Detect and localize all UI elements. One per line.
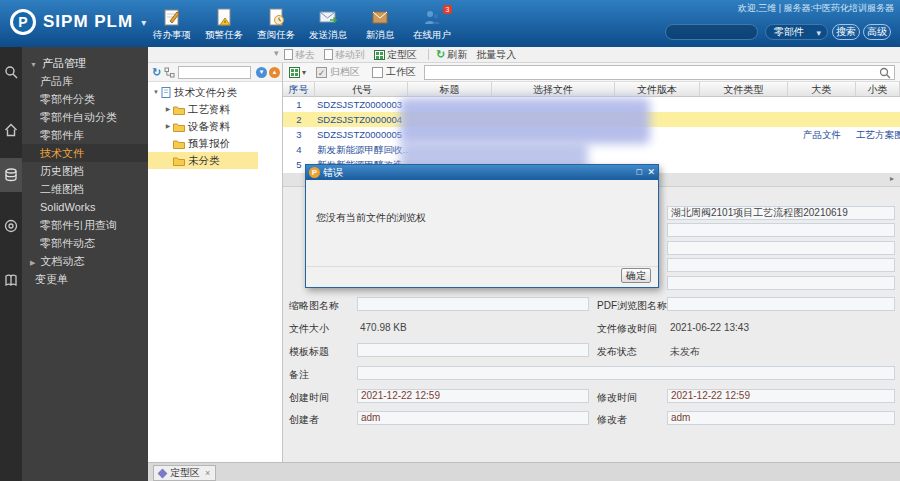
col-header-version[interactable]: 文件版本: [615, 82, 700, 96]
tree-expand-icon[interactable]: [164, 67, 175, 78]
logo-text: SIPM PLM: [43, 12, 133, 32]
menu-item-technical-files[interactable]: 技术文件: [22, 144, 148, 162]
document-icon: [161, 87, 171, 98]
table-row[interactable]: 4 新发新能源甲醇回收...: [283, 142, 900, 157]
send-message-button[interactable]: 发送消息: [302, 8, 354, 42]
col-header-no[interactable]: 序号: [283, 82, 315, 96]
dialog-maximize-icon[interactable]: □: [637, 167, 642, 177]
triangle-right-icon[interactable]: ▶: [163, 118, 173, 135]
modify-time-field[interactable]: 2021-12-22 12:59: [667, 389, 895, 403]
tree-node-equipment-data[interactable]: ▶ 设备资料: [148, 118, 282, 135]
detail-field[interactable]: [667, 276, 895, 290]
menu-item-parts-reference[interactable]: 零部件引用查询: [22, 216, 148, 234]
dialog-close-icon[interactable]: ✕: [647, 167, 655, 177]
title-field[interactable]: 湖北周阀2101项目工艺流程图20210619: [667, 206, 895, 220]
online-users-button[interactable]: 在线用户 3: [406, 8, 458, 42]
work-area-checkbox[interactable]: [372, 67, 383, 78]
rail-database-button[interactable]: [0, 158, 22, 192]
thumbnail-name-label: 缩略图名称: [289, 299, 339, 313]
triangle-right-icon[interactable]: ▶: [163, 101, 173, 118]
search-button[interactable]: 搜索: [832, 24, 860, 40]
folder-icon: [173, 139, 185, 149]
menu-item-2d-drawings[interactable]: 二维图档: [22, 180, 148, 198]
col-header-title[interactable]: 标题: [408, 82, 492, 96]
rail-search-button[interactable]: [0, 55, 22, 89]
menu-item-parts-autoclass[interactable]: 零部件自动分类: [22, 108, 148, 126]
col-header-code[interactable]: 代号: [315, 82, 408, 96]
ok-button[interactable]: 确定: [621, 268, 651, 283]
tree-node-unclassified[interactable]: 未分类: [148, 152, 258, 169]
menu-item-parts-class[interactable]: 零部件分类: [22, 90, 148, 108]
advanced-search-button[interactable]: 高级: [863, 24, 891, 40]
new-message-button[interactable]: 新消息: [354, 8, 406, 42]
status-bar: 定型区 ×: [148, 462, 900, 481]
remarks-field[interactable]: [357, 366, 895, 380]
creator-label: 创建者: [289, 413, 319, 427]
chevron-down-icon[interactable]: ▾: [302, 68, 306, 77]
menu-item-change-order[interactable]: 变更单: [22, 270, 148, 288]
tree-refresh-icon[interactable]: ↻: [152, 66, 161, 79]
pdf-preview-name-field[interactable]: [667, 297, 895, 311]
archive-area-checkbox[interactable]: ✓: [316, 67, 327, 78]
detail-field[interactable]: [667, 258, 895, 272]
move-icon: [324, 49, 333, 60]
table-view-icon[interactable]: [289, 67, 300, 78]
todo-items-button[interactable]: 待办事项: [146, 8, 198, 42]
app-window: P SIPM PLM ▾ 欢迎,三维 | 服务器:中医药化培训服务器 待办事项 …: [0, 0, 900, 481]
tree-root[interactable]: ▼ 技术文件分类: [148, 84, 282, 101]
menu-item-solidworks[interactable]: SolidWorks: [22, 198, 148, 216]
menu-group-docs[interactable]: ▶文档动态: [22, 252, 148, 270]
col-header-file[interactable]: 选择文件: [492, 82, 615, 96]
detail-field[interactable]: [667, 223, 895, 237]
app-logo[interactable]: P SIPM PLM ▾: [10, 9, 146, 35]
collapse-arrow-icon[interactable]: ▾: [274, 48, 279, 58]
tree-toolbar: ↻ ▼ ▲: [148, 63, 282, 82]
col-header-minor[interactable]: 小类: [856, 82, 900, 96]
table-header: 序号 代号 标题 选择文件 文件版本 文件类型 大类 小类: [283, 82, 900, 97]
creator-field[interactable]: adm: [357, 411, 589, 425]
classification-tree-panel: ↻ ▼ ▲ ▼ 技术文件分类 ▶ 工艺资料 ▶ 设备资料 预算报价 未分类: [148, 63, 283, 462]
magnifier-icon[interactable]: [879, 67, 891, 79]
menu-item-parts-library[interactable]: 零部件库: [22, 126, 148, 144]
rail-book-button[interactable]: [0, 263, 22, 297]
remove-button[interactable]: 移去: [284, 48, 315, 62]
col-header-type[interactable]: 文件类型: [700, 82, 788, 96]
archive-zone-tab[interactable]: 定型区 ×: [153, 465, 216, 481]
modifier-field[interactable]: adm: [667, 411, 895, 425]
thumbnail-name-field[interactable]: [357, 297, 589, 311]
tree-node-process-data[interactable]: ▶ 工艺资料: [148, 101, 282, 118]
move-to-button[interactable]: 移动到: [324, 48, 365, 62]
menu-group-product[interactable]: ▼产品管理: [22, 54, 148, 72]
app-header: P SIPM PLM ▾ 欢迎,三维 | 服务器:中医药化培训服务器 待办事项 …: [0, 0, 900, 47]
menu-item-parts-dynamic[interactable]: 零部件动态: [22, 234, 148, 252]
batch-import-button[interactable]: 批量导入: [476, 48, 516, 62]
rail-home-button[interactable]: [0, 113, 22, 147]
create-time-field[interactable]: 2021-12-22 12:59: [357, 389, 589, 403]
tree-node-budget-quote[interactable]: 预算报价: [148, 135, 282, 152]
global-search-input[interactable]: [665, 24, 758, 40]
refresh-button[interactable]: ↻刷新: [436, 48, 467, 62]
template-title-field[interactable]: [357, 343, 589, 357]
review-tasks-button[interactable]: 查阅任务: [250, 8, 302, 42]
col-header-major[interactable]: 大类: [788, 82, 856, 96]
detail-field[interactable]: [667, 241, 895, 255]
alert-tasks-button[interactable]: 预警任务: [198, 8, 250, 42]
release-status-label: 发布状态: [597, 345, 637, 359]
support-icon: [4, 219, 18, 233]
triangle-down-icon[interactable]: ▼: [151, 84, 161, 101]
rail-support-button[interactable]: [0, 209, 22, 243]
remarks-label: 备注: [289, 368, 309, 382]
review-task-icon: [265, 8, 287, 27]
tree-search-input[interactable]: [178, 66, 251, 79]
dialog-title-bar[interactable]: P 错误 □ ✕: [306, 165, 658, 180]
menu-item-product-library[interactable]: 产品库: [22, 72, 148, 90]
panel-collapse-icon[interactable]: ▸: [890, 174, 894, 183]
menu-item-history-drawings[interactable]: 历史图档: [22, 162, 148, 180]
archive-zone-button[interactable]: 定型区: [374, 48, 417, 62]
tree-search-down-button[interactable]: ▼: [256, 67, 267, 78]
dialog-message: 您没有当前文件的浏览权: [316, 211, 426, 225]
tree-search-up-button[interactable]: ▲: [269, 67, 280, 78]
search-category-dropdown[interactable]: 零部件 ▾: [765, 24, 828, 40]
table-search-input[interactable]: [424, 65, 895, 80]
tab-close-icon[interactable]: ×: [205, 468, 210, 478]
